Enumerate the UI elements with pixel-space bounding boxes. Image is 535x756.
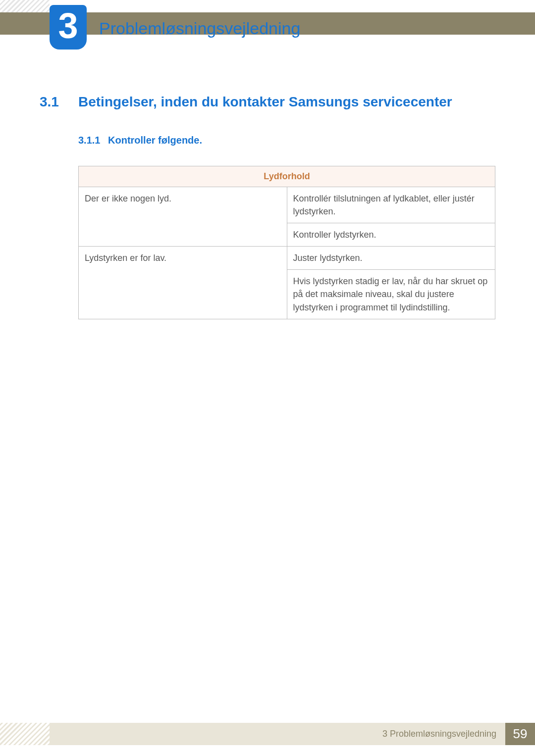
table-row: Lydstyrken er for lav. Juster lydstyrken… [79, 247, 495, 270]
problem-cell: Der er ikke nogen lyd. [79, 187, 287, 247]
section-heading: 3.1 Betingelser, inden du kontakter Sams… [40, 94, 495, 110]
solution-cell: Kontrollér tilslutningen af lydkablet, e… [287, 187, 495, 223]
subsection-heading: 3.1.1 Kontroller følgende. [78, 135, 495, 146]
footer: 3 Problemløsningsvejledning 59 [0, 723, 535, 745]
table-header: Lydforhold [79, 166, 495, 187]
footer-bar: 3 Problemløsningsvejledning [50, 723, 505, 745]
troubleshooting-table: Lydforhold Der er ikke nogen lyd. Kontro… [78, 166, 495, 319]
table-row: Der er ikke nogen lyd. Kontrollér tilslu… [79, 187, 495, 223]
subsection-title: Kontroller følgende. [108, 135, 202, 146]
chapter-number: 3 [58, 8, 78, 44]
problem-cell: Lydstyrken er for lav. [79, 247, 287, 319]
footer-text: 3 Problemløsningsvejledning [382, 729, 496, 739]
solution-cell: Juster lydstyrken. [287, 247, 495, 270]
solution-cell: Kontroller lydstyrken. [287, 223, 495, 247]
section-title: Betingelser, inden du kontakter Samsungs… [78, 94, 452, 110]
chapter-title: Problemløsningsvejledning [99, 19, 300, 38]
section-number: 3.1 [40, 94, 78, 110]
table-container: Lydforhold Der er ikke nogen lyd. Kontro… [78, 166, 495, 319]
content: 3.1 Betingelser, inden du kontakter Sams… [40, 94, 495, 319]
subsection-number: 3.1.1 [78, 135, 108, 146]
page-number: 59 [505, 723, 535, 745]
solution-cell: Hvis lydstyrken stadig er lav, når du ha… [287, 270, 495, 319]
chapter-badge: 3 [50, 5, 87, 50]
